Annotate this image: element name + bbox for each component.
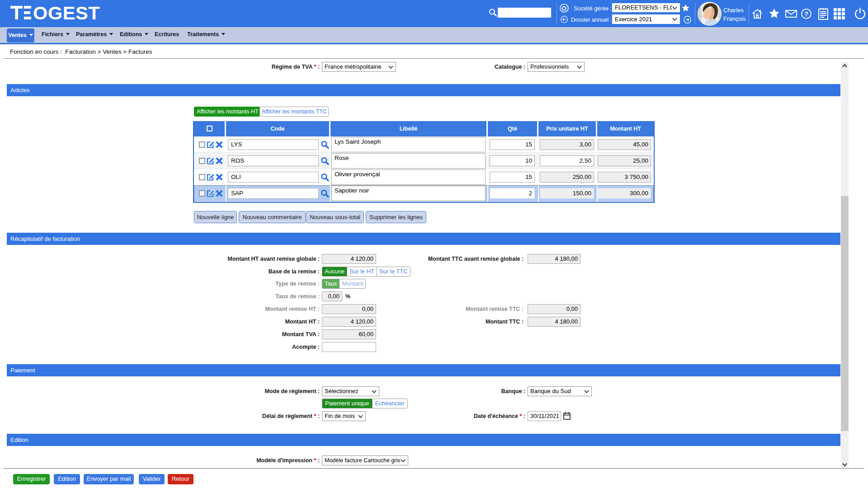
svg-text:OGEST: OGEST [33,6,100,20]
svg-text:?: ? [804,10,808,18]
